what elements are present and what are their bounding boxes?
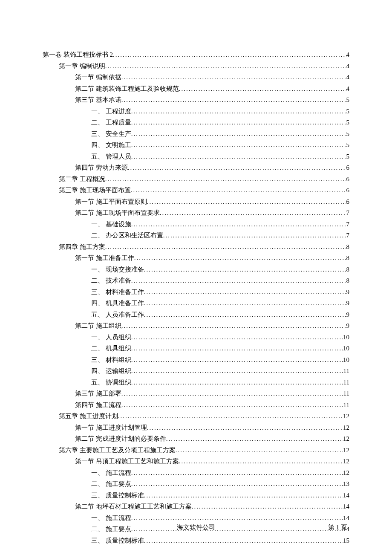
toc-leader-dots <box>131 117 346 128</box>
toc-label: 第四节 劳动力来源 <box>75 162 128 173</box>
toc-page-number: 14 <box>343 501 349 512</box>
toc-entry: 第六章 主要施工工艺及分项工程施工方案12 <box>43 445 349 456</box>
toc-leader-dots <box>166 433 343 445</box>
toc-leader-dots <box>121 388 343 399</box>
toc-label: 第二章 工程概况 <box>59 173 105 185</box>
toc-entry: 第二节 完成进度计划的必要条件12 <box>43 433 349 445</box>
toc-label: 二、 工程质量 <box>91 117 131 128</box>
toc-page-number: 12 <box>343 433 349 445</box>
toc-label: 第一节 施工平面布置原则 <box>75 196 147 208</box>
toc-leader-dots <box>144 535 343 546</box>
toc-label: 三、 材料组织 <box>91 354 131 366</box>
toc-label: 二、 机具组织 <box>91 343 131 354</box>
toc-leader-dots <box>121 72 346 83</box>
toc-entry: 一、 工程进度5 <box>43 106 349 117</box>
toc-entry: 第一节 施工准备工作8 <box>43 252 349 264</box>
toc-leader-dots <box>131 478 343 490</box>
toc-entry: 第三章 施工现场平面布置6 <box>43 185 349 196</box>
toc-page-number: 7 <box>346 219 350 230</box>
toc-page-number: 7 <box>346 207 350 219</box>
toc-entry: 第一节 施工进度计划管理12 <box>43 422 349 434</box>
toc-page-number: 6 <box>346 196 350 208</box>
toc-label: 三、 安全生产 <box>91 128 131 140</box>
toc-page-number: 11 <box>343 377 349 388</box>
toc-leader-dots <box>147 422 343 434</box>
toc-entry: 第四章 施工方案8 <box>43 241 349 253</box>
toc-entry: 三、 材料组织10 <box>43 354 349 366</box>
toc-entry: 二、 技术准备8 <box>43 275 349 286</box>
toc-page-number: 8 <box>346 252 350 264</box>
toc-label: 第四节 施工流程 <box>75 399 121 411</box>
toc-page-number: 11 <box>343 399 349 411</box>
toc-label: 二、 办公区和生活区布置 <box>91 230 163 241</box>
toc-label: 第二节 施工组织 <box>75 320 121 332</box>
toc-entry: 第一卷 装饰工程投标书 24 <box>43 49 349 61</box>
toc-page-number: 8 <box>346 275 350 286</box>
toc-entry: 二、 施工要点13 <box>43 478 349 490</box>
toc-entry: 四、 机具准备工作9 <box>43 298 349 309</box>
toc-leader-dots <box>121 94 346 106</box>
toc-entry: 一、 现场交接准备8 <box>43 264 349 275</box>
toc-page-number: 9 <box>346 309 350 321</box>
toc-label: 一、 施工流程 <box>91 512 131 524</box>
toc-leader-dots <box>131 377 343 388</box>
toc-leader-dots <box>121 399 343 411</box>
toc-label: 三、 质量控制标准 <box>91 490 144 501</box>
toc-entry: 四、 运输组织11 <box>43 365 349 377</box>
toc-page-number: 12 <box>343 456 349 467</box>
toc-leader-dots <box>131 512 343 524</box>
toc-label: 第三节 基本承诺 <box>75 94 121 106</box>
toc-leader-dots <box>176 445 343 456</box>
toc-entry: 第一节 施工平面布置原则6 <box>43 196 349 208</box>
toc-label: 一、 现场交接准备 <box>91 264 144 275</box>
toc-label: 四、 机具准备工作 <box>91 298 144 309</box>
toc-page-number: 10 <box>343 354 349 366</box>
toc-entry: 一、 人员组织10 <box>43 332 349 343</box>
toc-entry: 第三节 基本承诺5 <box>43 94 349 106</box>
toc-page-number: 7 <box>346 230 350 241</box>
toc-page-number: 5 <box>346 94 350 106</box>
page-footer: 海文软件公司 第 1 页 <box>0 523 392 532</box>
toc-entry: 二、 办公区和生活区布置7 <box>43 230 349 241</box>
toc-page-number: 4 <box>346 83 350 95</box>
toc-leader-dots <box>131 106 346 117</box>
toc-entry: 第二节 施工现场平面布置要求7 <box>43 207 349 219</box>
toc-label: 第四章 施工方案 <box>59 241 105 253</box>
toc-entry: 第一章 编制说明4 <box>43 61 349 72</box>
toc-entry: 第一节 编制依据4 <box>43 72 349 83</box>
toc-page-number: 10 <box>343 343 349 354</box>
toc-entry: 一、 基础设施7 <box>43 219 349 230</box>
toc-page-number: 12 <box>343 445 349 456</box>
toc-entry: 五、 管理人员5 <box>43 151 349 162</box>
toc-label: 第六章 主要施工工艺及分项工程施工方案 <box>59 445 176 456</box>
toc-page-number: 5 <box>346 151 350 162</box>
toc-label: 二、 施工要点 <box>91 478 131 490</box>
toc-label: 第一节 吊顶工程施工工艺和施工方案 <box>75 456 179 467</box>
toc-label: 第一章 编制说明 <box>59 61 105 72</box>
toc-entry: 五、 人员准备工作9 <box>43 309 349 321</box>
toc-page-number: 5 <box>346 117 350 128</box>
toc-leader-dots <box>160 207 346 219</box>
toc-leader-dots <box>131 343 343 354</box>
toc-label: 一、 人员组织 <box>91 332 131 343</box>
toc-label: 第一节 施工进度计划管理 <box>75 422 147 434</box>
toc-page-number: 5 <box>346 128 350 140</box>
toc-entry: 第四节 劳动力来源6 <box>43 162 349 173</box>
toc-page-number: 11 <box>343 388 349 399</box>
toc-leader-dots <box>131 185 346 196</box>
toc-entry: 一、 施工流程14 <box>43 512 349 524</box>
toc-label: 五、 人员准备工作 <box>91 309 144 321</box>
toc-leader-dots <box>105 173 346 185</box>
toc-leader-dots <box>131 275 346 286</box>
toc-container: 第一卷 装饰工程投标书 24第一章 编制说明4第一节 编制依据4第二节 建筑装饰… <box>0 0 392 546</box>
toc-entry: 第四节 施工流程11 <box>43 399 349 411</box>
toc-page-number: 12 <box>343 467 349 479</box>
toc-label: 第五章 施工进度计划 <box>59 410 118 422</box>
toc-page-number: 4 <box>346 61 350 72</box>
toc-page-number: 15 <box>343 535 349 546</box>
toc-leader-dots <box>105 61 346 72</box>
toc-label: 二、 技术准备 <box>91 275 131 286</box>
toc-leader-dots <box>121 320 346 332</box>
toc-entry: 第二节 建筑装饰工程施工及验收规范4 <box>43 83 349 95</box>
toc-label: 一、 基础设施 <box>91 219 131 230</box>
